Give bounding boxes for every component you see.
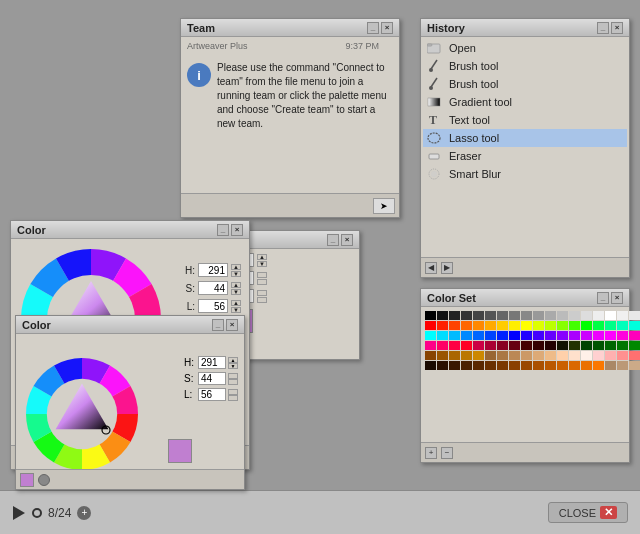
color-swatch-5-7[interactable]	[509, 361, 520, 370]
color-swatch-3-5[interactable]	[485, 341, 496, 350]
info-h-up[interactable]: ▲	[257, 254, 267, 260]
small-s-down[interactable]	[228, 379, 238, 385]
color-swatch-3-7[interactable]	[509, 341, 520, 350]
team-close-btn[interactable]: ×	[381, 22, 393, 34]
color-swatch-4-6[interactable]	[497, 351, 508, 360]
color-swatch-2-7[interactable]	[509, 331, 520, 340]
info-s-down[interactable]	[257, 279, 267, 285]
color-swatch-4-16[interactable]	[617, 351, 628, 360]
color-swatch-1-2[interactable]	[449, 321, 460, 330]
color-swatch-5-15[interactable]	[605, 361, 616, 370]
colorset-close-btn[interactable]: ×	[611, 292, 623, 304]
color-swatch-4-1[interactable]	[437, 351, 448, 360]
color-swatch-1-3[interactable]	[461, 321, 472, 330]
colorset-minimize-btn[interactable]: _	[597, 292, 609, 304]
history-forward-btn[interactable]: ▶	[441, 262, 453, 274]
small-swatch[interactable]	[20, 473, 34, 487]
color-swatch-5-8[interactable]	[521, 361, 532, 370]
color-swatch-3-4[interactable]	[473, 341, 484, 350]
color-swatch-1-17[interactable]	[629, 321, 640, 330]
small-l-down[interactable]	[228, 395, 238, 401]
color-swatch-5-11[interactable]	[557, 361, 568, 370]
color-swatch-4-15[interactable]	[605, 351, 616, 360]
color-swatch-3-14[interactable]	[593, 341, 604, 350]
color-swatch-1-5[interactable]	[485, 321, 496, 330]
color-swatch-4-13[interactable]	[581, 351, 592, 360]
color-swatch-0-6[interactable]	[497, 311, 508, 320]
color-swatch-5-10[interactable]	[545, 361, 556, 370]
color-swatch-3-16[interactable]	[617, 341, 628, 350]
color-swatch-1-11[interactable]	[557, 321, 568, 330]
color-swatch-4-5[interactable]	[485, 351, 496, 360]
color-swatch-5-9[interactable]	[533, 361, 544, 370]
color-swatch-1-15[interactable]	[605, 321, 616, 330]
color-swatch-4-9[interactable]	[533, 351, 544, 360]
add-page-button[interactable]: +	[77, 506, 91, 520]
color-swatch-4-10[interactable]	[545, 351, 556, 360]
color-swatch-2-9[interactable]	[533, 331, 544, 340]
color-swatch-2-1[interactable]	[437, 331, 448, 340]
l-input[interactable]	[198, 299, 228, 313]
history-item-1[interactable]: Brush tool	[423, 57, 627, 75]
color-swatch-1-1[interactable]	[437, 321, 448, 330]
color-small-close-btn[interactable]: ×	[226, 319, 238, 331]
info-s-up[interactable]	[257, 272, 267, 278]
info-minimize-btn[interactable]: _	[327, 234, 339, 246]
color-swatch-4-4[interactable]	[473, 351, 484, 360]
color-swatch-4-17[interactable]	[629, 351, 640, 360]
color-swatch-3-13[interactable]	[581, 341, 592, 350]
team-titlebar[interactable]: Team _ ×	[181, 19, 399, 37]
color-swatch-5-2[interactable]	[449, 361, 460, 370]
history-item-3[interactable]: Gradient tool	[423, 93, 627, 111]
color-large-minimize-btn[interactable]: _	[217, 224, 229, 236]
play-button[interactable]	[12, 506, 26, 520]
color-swatch-2-4[interactable]	[473, 331, 484, 340]
color-swatch-0-5[interactable]	[485, 311, 496, 320]
color-swatch-5-16[interactable]	[617, 361, 628, 370]
record-button[interactable]	[32, 508, 42, 518]
color-swatch-1-16[interactable]	[617, 321, 628, 330]
color-swatch-1-6[interactable]	[497, 321, 508, 330]
color-swatch-0-4[interactable]	[473, 311, 484, 320]
history-back-btn[interactable]: ◀	[425, 262, 437, 274]
color-swatch-4-12[interactable]	[569, 351, 580, 360]
color-large-titlebar[interactable]: Color _ ×	[11, 221, 249, 239]
h-up-btn[interactable]: ▲	[231, 264, 241, 270]
color-swatch-3-17[interactable]	[629, 341, 640, 350]
history-titlebar[interactable]: History _ ×	[421, 19, 629, 37]
info-close-btn[interactable]: ×	[341, 234, 353, 246]
color-swatch-2-11[interactable]	[557, 331, 568, 340]
color-large-close-btn[interactable]: ×	[231, 224, 243, 236]
color-swatch-0-3[interactable]	[461, 311, 472, 320]
color-swatch-2-6[interactable]	[497, 331, 508, 340]
color-swatch-3-12[interactable]	[569, 341, 580, 350]
color-swatch-3-8[interactable]	[521, 341, 532, 350]
color-swatch-2-10[interactable]	[545, 331, 556, 340]
color-swatch-2-2[interactable]	[449, 331, 460, 340]
color-swatch-2-5[interactable]	[485, 331, 496, 340]
color-swatch-0-7[interactable]	[509, 311, 520, 320]
color-swatch-3-11[interactable]	[557, 341, 568, 350]
color-swatch-2-16[interactable]	[617, 331, 628, 340]
color-small-wheel[interactable]	[22, 354, 142, 474]
info-l-up[interactable]	[257, 290, 267, 296]
color-swatch-1-7[interactable]	[509, 321, 520, 330]
color-swatch-0-14[interactable]	[593, 311, 604, 320]
color-swatch-3-0[interactable]	[425, 341, 436, 350]
color-swatch-0-10[interactable]	[545, 311, 556, 320]
color-swatch-5-3[interactable]	[461, 361, 472, 370]
history-item-2[interactable]: Brush tool	[423, 75, 627, 93]
color-swatch-0-17[interactable]	[629, 311, 640, 320]
color-swatch-1-9[interactable]	[533, 321, 544, 330]
color-swatch-2-13[interactable]	[581, 331, 592, 340]
color-swatch-4-8[interactable]	[521, 351, 532, 360]
color-swatch-3-6[interactable]	[497, 341, 508, 350]
team-minimize-btn[interactable]: _	[367, 22, 379, 34]
h-down-btn[interactable]: ▼	[231, 271, 241, 277]
color-swatch-3-15[interactable]	[605, 341, 616, 350]
h-input[interactable]	[198, 263, 228, 277]
color-swatch-4-3[interactable]	[461, 351, 472, 360]
color-swatch-5-4[interactable]	[473, 361, 484, 370]
s-input[interactable]	[198, 281, 228, 295]
history-item-0[interactable]: Open	[423, 39, 627, 57]
